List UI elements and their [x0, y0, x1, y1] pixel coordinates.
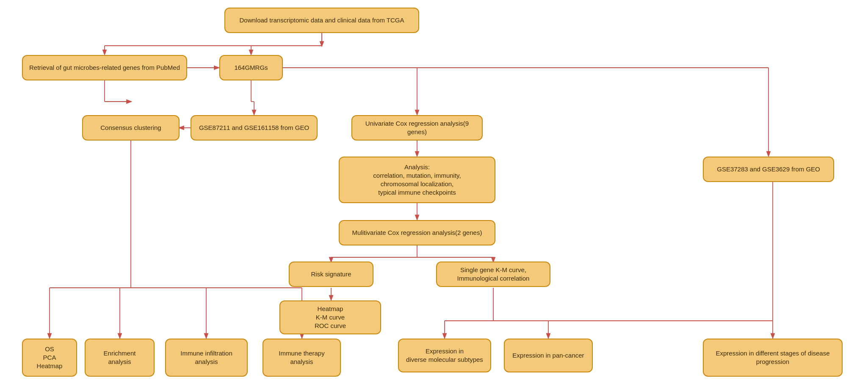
multivariate-box: Mulitivariate Cox regression analysis(2 … — [339, 220, 495, 245]
geo1-box: GSE87211 and GSE161158 from GEO — [191, 115, 318, 141]
risk-box: Risk signature — [289, 262, 373, 287]
exp-stages-box: Expression in different stages of diseas… — [703, 339, 843, 377]
analysis-box: Analysis: correlation, mutation, immunit… — [339, 157, 495, 203]
gmrgs-box: 164GMRGs — [219, 55, 283, 80]
immune-ther-box: Immune therapy analysis — [263, 339, 341, 377]
os-pca-box: OS PCA Heatmap — [22, 339, 77, 377]
tcga-box: Download transcriptomic data and clinica… — [224, 8, 419, 33]
single-gene-box: Single gene K-M curve, Immunological cor… — [436, 262, 550, 287]
pubmed-box: Retrieval of gut microbes-related genes … — [22, 55, 187, 80]
heatmap-km-box: Heatmap K-M curve ROC curve — [279, 300, 381, 334]
geo2-box: GSE37283 and GSE3629 from GEO — [703, 157, 834, 182]
exp-subtypes-box: Expression in diverse molecular subtypes — [398, 339, 491, 372]
exp-pancancer-box: Expression in pan-cancer — [504, 339, 593, 372]
consensus-box: Consensus clustering — [82, 115, 180, 141]
flowchart: Download transcriptomic data and clinica… — [0, 0, 868, 383]
immune-inf-box: Immune infiltration analysis — [165, 339, 248, 377]
enrichment-box: Enrichment analysis — [85, 339, 155, 377]
univariate-box: Univariate Cox regression analysis(9 gen… — [351, 115, 483, 141]
